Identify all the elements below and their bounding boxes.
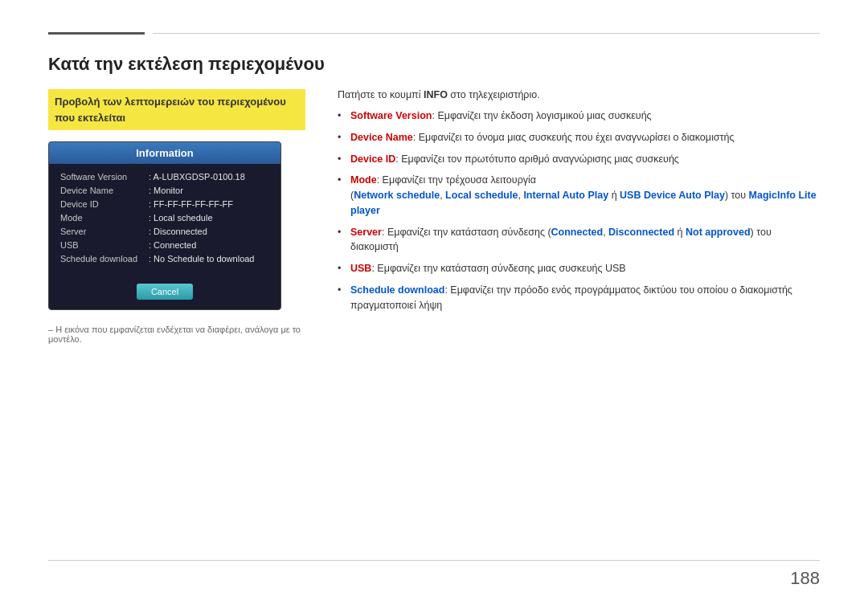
left-column: Προβολή των λεπτομερειών του περιεχομένο…: [48, 89, 305, 344]
top-line-light: [153, 33, 820, 34]
term-server: Server: [350, 227, 382, 238]
dialog-footer: Cancel: [49, 276, 280, 309]
list-item: Schedule download: Εμφανίζει την πρόοδο …: [338, 283, 820, 313]
term-internal-auto-play: Internal Auto Play: [523, 190, 608, 201]
info-row: Schedule download: No Schedule to downlo…: [60, 254, 269, 264]
term-device-id: Device ID: [350, 153, 395, 165]
info-row-value: : Connected: [149, 240, 196, 250]
info-row: USB: Connected: [60, 240, 269, 250]
list-item: Server: Εμφανίζει την κατάσταση σύνδεσης…: [338, 225, 820, 255]
info-row-label: Server: [60, 227, 149, 236]
term-not-approved: Not approved: [686, 227, 751, 238]
page-container: Κατά την εκτέλεση περιεχομένου Προβολή τ…: [0, 0, 868, 613]
term-mode: Mode: [350, 174, 377, 186]
list-item: Mode: Εμφανίζει την τρέχουσα λειτουργία …: [338, 173, 820, 218]
info-row-label: Device ID: [60, 199, 149, 209]
highlight-box: Προβολή των λεπτομερειών του περιεχομένο…: [48, 89, 305, 130]
info-row-label: Mode: [60, 213, 149, 223]
list-item: Software Version: Εμφανίζει την έκδοση λ…: [338, 108, 820, 124]
info-row: Server: Disconnected: [60, 227, 269, 236]
info-row-value: : A-LUBXGDSP-0100.18: [149, 172, 245, 182]
info-row: Device Name: Monitor: [60, 186, 269, 195]
top-decorative-lines: [48, 32, 820, 35]
info-row: Software Version: A-LUBXGDSP-0100.18: [60, 172, 269, 182]
term-connected: Connected: [551, 227, 604, 238]
list-item: Device ID: Εμφανίζει τον πρωτότυπο αριθμ…: [338, 152, 820, 167]
term-network-schedule: Network schedule: [354, 190, 440, 201]
info-row-value: : Monitor: [149, 186, 183, 195]
term-usb-device-auto-play: USB Device Auto Play: [620, 190, 725, 201]
info-row-label: Software Version: [60, 172, 149, 182]
info-intro: Πατήστε το κουμπί INFO στο τηλεχειριστήρ…: [338, 89, 820, 100]
info-dialog: Information Software Version: A-LUBXGDSP…: [48, 141, 281, 310]
term-player: player: [350, 205, 380, 216]
term-device-name: Device Name: [350, 132, 413, 143]
dialog-header: Information: [49, 142, 280, 164]
content-area: Προβολή των λεπτομερειών του περιεχομένο…: [48, 89, 820, 344]
term-magicinfo: MagicInfo Lite: [749, 190, 817, 201]
info-row-label: Schedule download: [60, 254, 149, 264]
info-row: Mode: Local schedule: [60, 213, 269, 223]
bottom-note: Η εικόνα που εμφανίζεται ενδέχεται να δι…: [48, 325, 305, 344]
term-local-schedule: Local schedule: [445, 190, 518, 201]
term-disconnected: Disconnected: [608, 227, 674, 238]
page-title: Κατά την εκτέλεση περιεχομένου: [48, 54, 820, 75]
dialog-body: Software Version: A-LUBXGDSP-0100.18Devi…: [49, 164, 280, 276]
bottom-separator: [48, 560, 820, 561]
list-item: Device Name: Εμφανίζει το όνομα μιας συσ…: [338, 130, 820, 145]
top-line-dark: [48, 32, 145, 35]
info-row-label: USB: [60, 240, 149, 250]
bullet-list: Software Version: Εμφανίζει την έκδοση λ…: [338, 108, 820, 313]
info-row-value: : Local schedule: [149, 213, 213, 223]
page-number: 188: [790, 568, 820, 589]
info-row-value: : Disconnected: [149, 227, 207, 236]
cancel-button[interactable]: Cancel: [137, 284, 193, 300]
info-row-value: : No Schedule to download: [149, 254, 254, 264]
term-usb: USB: [350, 263, 371, 274]
info-row-value: : FF-FF-FF-FF-FF-FF: [149, 199, 233, 209]
term-software-version: Software Version: [350, 110, 432, 121]
info-row-label: Device Name: [60, 186, 149, 195]
right-column: Πατήστε το κουμπί INFO στο τηλεχειριστήρ…: [338, 89, 820, 319]
term-schedule-download: Schedule download: [350, 284, 444, 296]
list-item: USB: Εμφανίζει την κατάσταση σύνδεσης μι…: [338, 261, 820, 276]
info-row: Device ID: FF-FF-FF-FF-FF-FF: [60, 199, 269, 209]
